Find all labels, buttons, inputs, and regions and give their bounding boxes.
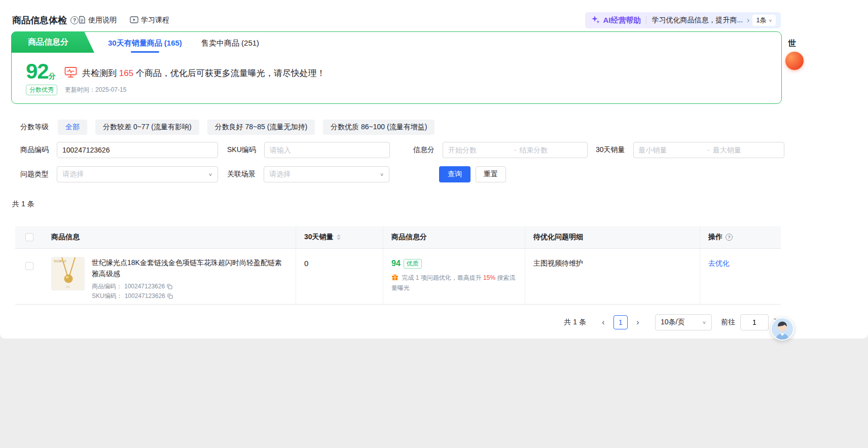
goods-code-label: 商品编码 <box>20 145 49 155</box>
product-sku-code: SKU编码：100247123626 <box>92 291 287 301</box>
problem-type-placeholder: 请选择 <box>62 170 84 179</box>
ai-banner-count: 1条 <box>756 16 766 25</box>
filter-actions: 查询 重置 <box>439 166 506 182</box>
problems-text: 主图视频待维护 <box>533 259 583 268</box>
row-checkbox-cell <box>15 249 43 304</box>
alert-count: 165 <box>119 68 133 78</box>
range-separator: - <box>707 146 710 154</box>
sales-value: 0 <box>304 259 308 268</box>
optimize-link[interactable]: 去优化 <box>708 259 730 268</box>
sku-code-label: SKU编码 <box>227 145 256 155</box>
tab-on-sale-label: 售卖中商品 (251) <box>201 39 259 48</box>
score-card-ribbon: 商品信息分 <box>11 31 94 53</box>
level-chip-poor[interactable]: 分数较差 0~77 (流量有影响) <box>95 120 199 135</box>
search-button[interactable]: 查询 <box>439 166 471 182</box>
scene-label: 关联场景 <box>227 170 256 179</box>
score-level-filter: 分数等级 全部 分数较差 0~77 (流量有影响) 分数良好 78~85 (流量… <box>20 120 443 135</box>
info-score-start-input[interactable] <box>448 146 511 154</box>
info-score-end-input[interactable] <box>519 146 582 154</box>
docs-link[interactable]: 使用说明 <box>79 16 117 25</box>
ai-banner-title: AI经营帮助 <box>603 16 641 25</box>
detection-alert: 共检测到 165 个商品，优化后可获更多流量曝光，请尽快处理！ <box>64 66 326 80</box>
product-image[interactable]: 世纪缘珠宝 18K <box>51 257 85 290</box>
level-chip-good[interactable]: 分数良好 78~85 (流量无加持) <box>207 120 315 135</box>
info-score-label: 信息分 <box>413 145 435 155</box>
product-image-brand-text: 世纪缘珠宝 <box>53 259 66 263</box>
ai-banner-count-badge[interactable]: 1条 ∨ <box>752 15 776 26</box>
table-row: 世纪缘珠宝 18K 世纪缘光点18K金套链浅金色项链车花珠超闪时尚轻盈配链素雅高… <box>15 249 781 305</box>
page-header: 商品信息体检 ? 使用说明 学习课程 <box>12 11 169 29</box>
header-problems: 待优化问题明细 <box>525 226 700 248</box>
header-sales[interactable]: 30天销量 <box>296 226 383 248</box>
customer-service-avatar[interactable] <box>771 317 794 341</box>
row-checkbox[interactable] <box>25 262 33 270</box>
table-header-row: 商品信息 30天销量 商品信息分 待优化问题明细 操作 ? <box>15 226 781 249</box>
tab-sold-30d-label: 30天有销量商品 (165) <box>108 39 182 48</box>
side-orange-badge[interactable] <box>785 52 804 73</box>
reset-button[interactable]: 重置 <box>476 166 506 182</box>
level-chip-excellent[interactable]: 分数优质 86~100 (流量有增益) <box>323 120 435 135</box>
header-score: 商品信息分 <box>383 226 525 248</box>
level-chip-all[interactable]: 全部 <box>58 120 87 135</box>
chevron-right-icon[interactable]: › <box>747 16 749 25</box>
sku-code-filter: SKU编码 <box>227 142 390 158</box>
range-separator: - <box>514 146 517 154</box>
sales-range: - <box>633 142 784 158</box>
sales-filter: 30天销量 - <box>596 142 784 158</box>
problem-type-label: 问题类型 <box>20 170 49 179</box>
scene-placeholder: 请选择 <box>269 170 291 179</box>
page-size-select[interactable]: 10条/页 ∨ <box>655 314 712 330</box>
sales-min-input[interactable] <box>639 146 705 154</box>
select-all-checkbox[interactable] <box>25 233 33 241</box>
product-info: 世纪缘光点18K金套链浅金色项链车花珠超闪时尚轻盈配链素雅高级感 商品编码：10… <box>92 257 287 301</box>
divider <box>646 16 646 24</box>
prev-page-button[interactable]: ‹ <box>596 315 610 329</box>
docs-link-label: 使用说明 <box>88 16 117 25</box>
tab-sold-30d[interactable]: 30天有销量商品 (165) <box>108 39 182 53</box>
scene-select[interactable]: 请选择 ∨ <box>264 166 389 182</box>
problem-type-select[interactable]: 请选择 ∨ <box>57 166 218 182</box>
course-link[interactable]: 学习课程 <box>130 16 169 25</box>
chevron-down-icon: ∨ <box>702 320 706 325</box>
document-icon <box>79 16 86 25</box>
score-level-filter-label: 分数等级 <box>20 123 49 132</box>
goods-code-input[interactable] <box>57 142 218 158</box>
row-score-value: 94 <box>391 259 401 268</box>
result-summary: 共 1 条 <box>12 200 34 209</box>
play-video-icon <box>130 16 138 25</box>
tab-on-sale[interactable]: 售卖中商品 (251) <box>201 39 259 53</box>
overall-score: 92分 分数优秀 <box>26 60 57 95</box>
copy-icon[interactable] <box>167 284 172 289</box>
side-panel-text[interactable]: 世 <box>788 39 796 49</box>
sort-icon[interactable] <box>337 234 341 240</box>
score-card: 商品信息分 30天有销量商品 (165) 售卖中商品 (251) 92分 分数优… <box>11 31 782 104</box>
goto-label: 前往 <box>721 318 735 327</box>
page-title: 商品信息体检 <box>12 14 67 26</box>
help-icon[interactable]: ? <box>70 16 79 24</box>
gift-icon <box>391 275 400 282</box>
help-icon[interactable]: ? <box>726 234 733 241</box>
product-goods-code: 商品编码：100247123626 <box>92 282 287 291</box>
copy-icon[interactable] <box>167 293 173 299</box>
optimize-tip: 完成 1 项问题优化，最高提升 15% 搜索流量曝光 <box>391 273 516 292</box>
ai-assistant-banner[interactable]: AI经营帮助 学习优化商品信息，提升商... › 1条 ∨ <box>585 12 781 28</box>
scene-filter: 关联场景 请选择 ∨ <box>227 166 389 182</box>
chevron-down-icon: ∨ <box>769 18 772 23</box>
sku-code-input[interactable] <box>264 142 390 158</box>
update-time: 更新时间：2025-07-15 <box>65 86 126 94</box>
product-cell: 世纪缘珠宝 18K 世纪缘光点18K金套链浅金色项链车花珠超闪时尚轻盈配链素雅高… <box>43 249 296 304</box>
chevron-down-icon: ∨ <box>208 172 212 177</box>
ai-sparkle-icon <box>591 15 600 25</box>
page-number-button[interactable]: 1 <box>613 315 628 329</box>
score-card-tabs: 30天有销量商品 (165) 售卖中商品 (251) <box>108 39 259 53</box>
sales-filter-label: 30天销量 <box>596 145 625 155</box>
goto-page-input[interactable] <box>740 314 769 330</box>
sales-max-input[interactable] <box>713 146 779 154</box>
pagination-total: 共 1 条 <box>564 318 586 327</box>
product-title[interactable]: 世纪缘光点18K金套链浅金色项链车花珠超闪时尚轻盈配链素雅高级感 <box>92 257 287 279</box>
action-cell: 去优化 <box>700 249 781 304</box>
tab-active-underline <box>131 51 159 53</box>
svg-text:18K: 18K <box>66 286 70 288</box>
next-page-button[interactable]: › <box>631 315 645 329</box>
page-size-value: 10条/页 <box>661 318 684 327</box>
